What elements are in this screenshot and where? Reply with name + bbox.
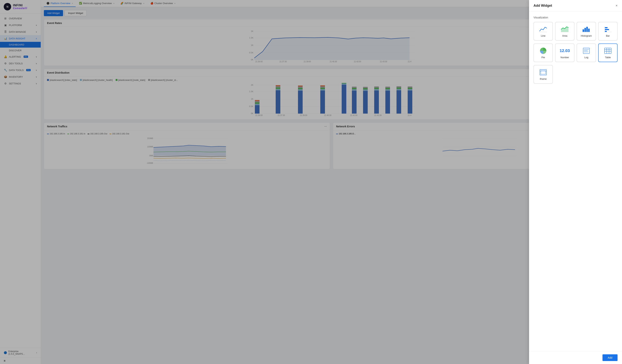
viz-item-table[interactable]: Table [598,43,618,62]
line-icon [539,25,548,33]
svg-rect-99 [586,27,588,32]
svg-rect-97 [583,29,584,32]
number-icon: 12.03 [560,47,569,55]
empty-cell [577,65,596,84]
panel-header: Add Widget × [529,0,622,12]
svg-rect-118 [541,71,545,74]
svg-rect-104 [605,29,609,30]
viz-item-label: Table [605,56,611,59]
svg-rect-108 [583,48,589,54]
svg-rect-105 [605,31,607,32]
viz-item-area[interactable]: Area [555,22,574,40]
visualization-grid-2: Pie 12.03 Number Log [534,43,618,62]
viz-item-label: Log [584,56,588,59]
add-widget-panel: Add Widget × Visualization Line [529,0,622,364]
modal-overlay[interactable] [0,0,622,364]
viz-item-label: Number [561,56,569,59]
viz-item-pie[interactable]: Pie [534,43,553,62]
log-icon [582,47,591,55]
area-icon [560,25,569,33]
add-button[interactable]: Add [603,354,618,361]
viz-item-iframe[interactable]: Iframe [534,65,553,84]
viz-item-line[interactable]: Line [534,22,553,40]
svg-rect-112 [604,48,611,54]
svg-rect-100 [588,29,590,32]
iframe-icon [539,69,548,76]
empty-cell [598,65,618,84]
viz-item-histogram[interactable]: Histogram [577,22,596,40]
viz-item-label: Histogram [581,34,592,37]
panel-footer: Add [529,351,622,364]
viz-item-label: Line [541,34,545,37]
viz-item-label: Pie [542,56,545,59]
visualization-grid-3: Iframe [534,65,618,84]
panel-close-button[interactable]: × [616,4,618,8]
viz-item-label: Bar [606,34,610,37]
visualization-section-title: Visualization [534,16,618,19]
panel-body: Visualization Line [529,12,622,351]
viz-item-label: Iframe [540,77,547,80]
pie-icon [539,47,548,55]
svg-rect-98 [584,28,586,32]
visualization-grid: Line Area [534,22,618,40]
viz-item-label: Area [562,34,567,37]
viz-item-bar[interactable]: Bar [598,22,618,40]
svg-marker-95 [561,27,568,32]
bar-icon [603,25,612,33]
panel-title: Add Widget [534,4,552,8]
histogram-icon [582,25,591,33]
viz-item-number[interactable]: 12.03 Number [555,43,574,62]
table-icon [603,47,612,55]
svg-rect-103 [605,27,607,28]
empty-cell [555,65,574,84]
viz-item-log[interactable]: Log [577,43,596,62]
